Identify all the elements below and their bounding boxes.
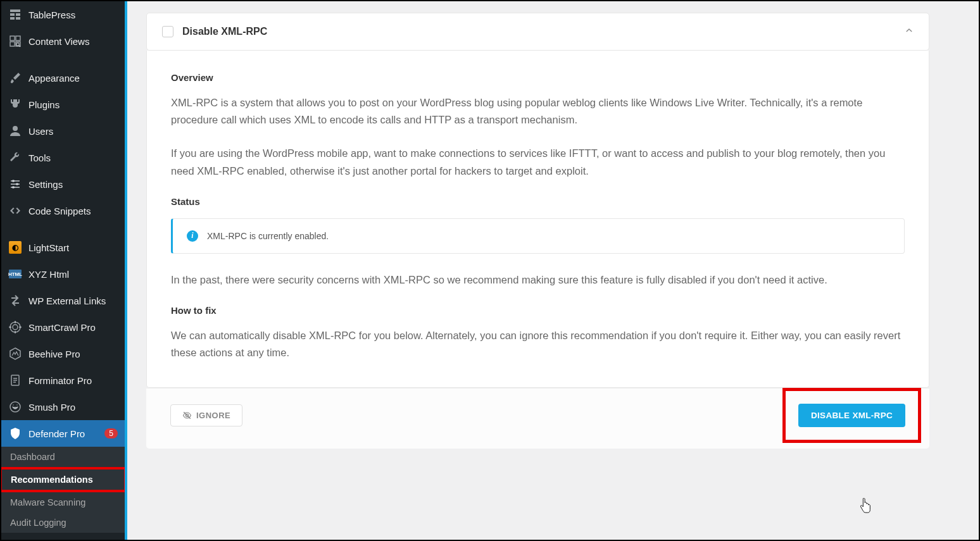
submenu-dashboard[interactable]: Dashboard <box>1 447 125 467</box>
sidebar-item-plugins[interactable]: Plugins <box>1 91 125 118</box>
notification-badge: 5 <box>104 428 118 438</box>
sidebar-item-defender[interactable]: Defender Pro 5 <box>1 420 125 447</box>
info-icon: i <box>187 230 198 242</box>
overview-paragraph-2: If you are using the WordPress mobile ap… <box>171 145 905 179</box>
html-icon: HTML <box>8 267 22 281</box>
svg-point-6 <box>13 325 18 330</box>
svg-point-3 <box>16 183 18 185</box>
cursor-pointer-icon <box>858 498 872 517</box>
ignore-button[interactable]: IGNORE <box>170 404 242 426</box>
highlight-annotation: Recommendations <box>1 467 125 492</box>
sidebar-item-label: Defender Pro <box>28 428 96 439</box>
sidebar-item-forminator[interactable]: Forminator Pro <box>1 367 125 394</box>
chevron-up-icon[interactable] <box>905 26 914 37</box>
sidebar-item-label: Appearance <box>28 73 118 84</box>
sidebar-item-code-snippets[interactable]: Code Snippets <box>1 197 125 224</box>
beehive-icon <box>8 347 22 361</box>
svg-point-2 <box>12 180 15 182</box>
svg-point-0 <box>16 43 19 46</box>
sidebar-item-content-views[interactable]: Content Views <box>1 28 125 54</box>
grid-icon <box>8 34 22 48</box>
panel-footer: IGNORE DISABLE XML-RPC <box>146 388 929 449</box>
overview-paragraph-1: XML-RPC is a system that allows you to p… <box>171 94 905 128</box>
svg-point-1 <box>13 126 18 131</box>
svg-point-5 <box>10 322 20 332</box>
defender-submenu: Dashboard Recommendations Malware Scanni… <box>1 447 125 533</box>
target-icon <box>8 320 22 334</box>
accordion-header[interactable]: Disable XML-RPC <box>146 13 929 51</box>
sidebar-item-label: TablePress <box>28 9 118 20</box>
eye-off-icon <box>182 411 192 420</box>
sidebar-item-tools[interactable]: Tools <box>1 144 125 171</box>
sidebar-item-label: Settings <box>28 179 118 190</box>
sidebar-item-label: Smush Pro <box>28 402 118 413</box>
sidebar-item-xyz-html[interactable]: HTML XYZ Html <box>1 261 125 287</box>
overview-heading: Overview <box>171 72 905 83</box>
user-icon <box>8 124 22 138</box>
sidebar-item-beehive[interactable]: Beehive Pro <box>1 340 125 367</box>
status-notice: i XML-RPC is currently enabled. <box>171 218 905 254</box>
sidebar-item-label: Plugins <box>28 99 118 110</box>
sidebar-item-settings[interactable]: Settings <box>1 171 125 197</box>
sidebar-item-wp-external-links[interactable]: WP External Links <box>1 287 125 314</box>
sidebar-item-label: Users <box>28 126 118 137</box>
sidebar-item-label: Tools <box>28 152 118 163</box>
code-icon <box>8 204 22 218</box>
accent-bar <box>125 1 127 540</box>
table-icon <box>8 8 22 22</box>
external-link-icon <box>8 294 22 308</box>
accordion-checkbox[interactable] <box>162 26 173 37</box>
sliders-icon <box>8 177 22 191</box>
sidebar-item-label: SmartCrawl Pro <box>28 322 118 333</box>
submenu-recommendations[interactable]: Recommendations <box>2 469 124 490</box>
clipboard-icon <box>8 373 22 387</box>
status-message: XML-RPC is currently enabled. <box>207 231 329 241</box>
ignore-label: IGNORE <box>196 411 230 420</box>
sidebar-item-label: Beehive Pro <box>28 349 118 359</box>
submenu-malware-scanning[interactable]: Malware Scanning <box>1 492 125 513</box>
submenu-audit-logging[interactable]: Audit Logging <box>1 513 125 533</box>
sidebar-item-label: Code Snippets <box>28 206 118 216</box>
smush-icon <box>8 400 22 414</box>
sidebar-item-smush[interactable]: Smush Pro <box>1 394 125 420</box>
sidebar-item-label: LightStart <box>28 242 118 253</box>
how-to-fix-heading: How to fix <box>171 305 905 316</box>
sidebar-item-lightstart[interactable]: ◐ LightStart <box>1 234 125 261</box>
sidebar-item-label: XYZ Html <box>28 269 118 280</box>
disable-xmlrpc-button[interactable]: DISABLE XML-RPC <box>798 404 905 427</box>
sidebar-item-smartcrawl[interactable]: SmartCrawl Pro <box>1 314 125 340</box>
status-paragraph: In the past, there were security concern… <box>171 271 905 289</box>
sidebar-item-label: WP External Links <box>28 295 118 306</box>
highlight-annotation: DISABLE XML-RPC <box>782 388 921 443</box>
accordion-panel: Overview XML-RPC is a system that allows… <box>146 51 929 388</box>
brush-icon <box>8 71 22 85</box>
sidebar-item-label: Content Views <box>28 36 118 47</box>
sidebar-item-users[interactable]: Users <box>1 118 125 144</box>
lightstart-icon: ◐ <box>8 240 22 254</box>
how-to-fix-paragraph: We can automatically disable XML-RPC for… <box>171 327 905 361</box>
sidebar-item-tablepress[interactable]: TablePress <box>1 1 125 28</box>
status-heading: Status <box>171 196 905 207</box>
wrench-icon <box>8 151 22 165</box>
accordion-title: Disable XML-RPC <box>182 26 896 37</box>
plug-icon <box>8 97 22 111</box>
sidebar-item-label: Forminator Pro <box>28 375 118 386</box>
sidebar-item-appearance[interactable]: Appearance <box>1 65 125 91</box>
main-content: Disable XML-RPC Overview XML-RPC is a sy… <box>125 1 979 540</box>
shield-icon <box>8 426 22 440</box>
svg-point-4 <box>12 186 15 189</box>
admin-sidebar: TablePress Content Views Appearance Plug… <box>1 1 125 540</box>
